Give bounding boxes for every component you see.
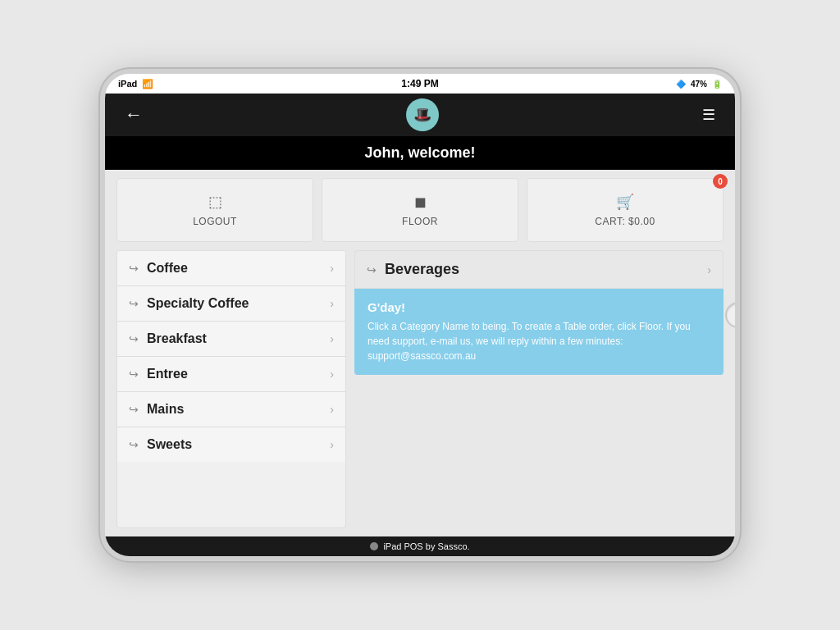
cart-badge: 0 (713, 174, 728, 189)
logout-label: LOGOUT (193, 216, 237, 227)
footer-text: iPad POS by Sassco. (383, 541, 469, 551)
sweets-label: Sweets (147, 437, 322, 452)
menu-button[interactable]: ☰ (696, 106, 722, 124)
menu-item-sweets[interactable]: ↪ Sweets › (117, 427, 345, 462)
battery-percent: 47% (691, 80, 707, 89)
entree-item-icon: ↪ (129, 368, 139, 381)
logout-button[interactable]: ⬚ LOGOUT (116, 178, 313, 242)
mains-arrow-icon: › (330, 403, 334, 416)
quick-actions: ⬚ LOGOUT ◼ FLOOR 0 🛒 CART: $0.00 (116, 178, 724, 242)
floor-icon: ◼ (414, 193, 427, 211)
menu-item-entree[interactable]: ↪ Entree › (117, 357, 345, 392)
columns: ↪ Coffee › ↪ Specialty Coffee › ↪ Breakf… (116, 250, 724, 528)
welcome-bar: John, welcome! (105, 136, 735, 170)
status-bar: iPad 📶 1:49 PM 🔷 47% 🔋 (105, 74, 735, 94)
menu-item-mains[interactable]: ↪ Mains › (117, 392, 345, 427)
breakfast-arrow-icon: › (330, 332, 334, 345)
top-nav: ← 🎩 ☰ (105, 94, 735, 136)
left-menu: ↪ Coffee › ↪ Specialty Coffee › ↪ Breakf… (116, 250, 346, 528)
menu-item-breakfast[interactable]: ↪ Breakfast › (117, 322, 345, 357)
entree-arrow-icon: › (330, 368, 334, 381)
menu-item-coffee[interactable]: ↪ Coffee › (117, 251, 345, 286)
menu-item-specialty-coffee[interactable]: ↪ Specialty Coffee › (117, 286, 345, 322)
device-label: iPad (118, 79, 137, 89)
sweets-arrow-icon: › (330, 438, 334, 451)
cart-button[interactable]: 0 🛒 CART: $0.00 (527, 178, 724, 242)
bluetooth-icon: 🔷 (676, 80, 686, 89)
mains-item-icon: ↪ (129, 403, 139, 416)
entree-label: Entree (147, 367, 322, 381)
floor-label: FLOOR (402, 216, 438, 227)
back-button[interactable]: ← (118, 104, 149, 126)
beverages-arrow-icon: › (707, 263, 711, 276)
welcome-card-text: Click a Category Name to being. To creat… (368, 319, 710, 363)
battery-icon: 🔋 (712, 80, 722, 89)
mains-label: Mains (147, 402, 322, 417)
app-logo: 🎩 (406, 98, 439, 131)
coffee-item-icon: ↪ (129, 262, 139, 275)
coffee-label: Coffee (147, 261, 322, 276)
floor-button[interactable]: ◼ FLOOR (322, 178, 518, 242)
coffee-arrow-icon: › (330, 262, 334, 275)
app-content: ← 🎩 ☰ John, welcome! ⬚ LOGOUT ◼ FLOOR (105, 94, 735, 556)
specialty-coffee-label: Specialty Coffee (147, 296, 322, 311)
footer-bar: iPad POS by Sassco. (105, 536, 735, 556)
breakfast-label: Breakfast (147, 331, 322, 346)
logout-icon: ⬚ (208, 193, 222, 211)
time-display: 1:49 PM (401, 78, 438, 89)
beverages-header-label: Beverages (385, 261, 699, 278)
main-area: ⬚ LOGOUT ◼ FLOOR 0 🛒 CART: $0.00 (105, 170, 735, 536)
footer-dot-icon (370, 542, 378, 550)
cart-label: CART: $0.00 (595, 216, 655, 227)
beverages-header-icon: ↪ (367, 263, 377, 276)
sweets-item-icon: ↪ (129, 438, 139, 451)
wifi-icon: 📶 (142, 79, 153, 89)
specialty-coffee-item-icon: ↪ (129, 297, 139, 310)
logo-icon: 🎩 (413, 106, 431, 124)
welcome-card: G'day! Click a Category Name to being. T… (354, 289, 724, 375)
welcome-card-title: G'day! (368, 300, 710, 314)
breakfast-item-icon: ↪ (129, 332, 139, 345)
ipad-frame: iPad 📶 1:49 PM 🔷 47% 🔋 ← 🎩 ☰ John, welco… (100, 69, 740, 561)
specialty-coffee-arrow-icon: › (330, 297, 334, 310)
right-panel: ↪ Beverages › G'day! Click a Category Na… (354, 250, 724, 528)
welcome-text: John, welcome! (364, 144, 475, 161)
cart-icon: 🛒 (616, 193, 634, 211)
right-panel-header: ↪ Beverages › (354, 250, 724, 289)
